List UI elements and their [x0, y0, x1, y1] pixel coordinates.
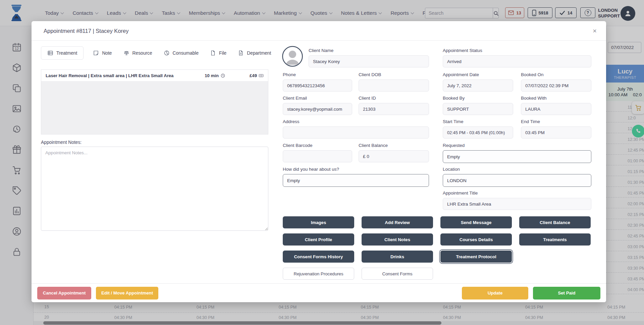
field-label: End Time [521, 119, 591, 124]
appointment-modal: Appointment #8117 | Stacey Korey × Treat… [32, 21, 606, 302]
field-label: Client Barcode [283, 143, 352, 148]
tab-note[interactable]: Note [91, 46, 114, 60]
field-label: Booked By [443, 96, 513, 101]
tab-department[interactable]: Department [236, 46, 273, 60]
field-label: Appointment Title [443, 191, 591, 196]
resource-scales-icon [123, 50, 129, 56]
field-label: Client Balance [359, 143, 429, 148]
appointment-notes-label: Appointment Notes: [41, 140, 82, 145]
drinks-button[interactable]: Drinks [362, 251, 433, 263]
end-time-field[interactable]: 03:45 PM [521, 126, 591, 139]
client-balance-field[interactable]: £ 0 [359, 150, 429, 162]
treatment-protocol-button[interactable]: Treatment Protocol [440, 251, 512, 263]
client-balance-group: Client Balance £ 0 [359, 143, 429, 162]
client-barcode-field[interactable] [283, 150, 352, 162]
field-label: Client ID [359, 96, 429, 101]
client-profile-button[interactable]: Client Profile [283, 233, 354, 246]
consent-forms-history-button[interactable]: Consent Forms History [283, 251, 354, 263]
booked-on-field[interactable]: 07/07/2022 02:39 PM [521, 79, 591, 92]
field-label: Requested [443, 143, 591, 148]
requested-group: Requested Empty [443, 143, 591, 163]
note-icon [93, 50, 99, 56]
modal-tabs: Treatment Note Resource Consumable File … [41, 46, 273, 60]
consumable-pie-icon [164, 50, 170, 56]
start-time-group: Start Time 02:45 PM - 03:45 PM (01:00h) [443, 119, 513, 139]
cancel-appointment-button[interactable]: Cancel Appointment [37, 287, 91, 300]
end-time-group: End Time 03:45 PM [521, 119, 591, 139]
tab-file[interactable]: File [208, 46, 228, 60]
set-paid-button[interactable]: Set Paid [533, 287, 600, 300]
appointment-status-field[interactable]: Arrived [443, 55, 591, 67]
action-buttons: Images Add Review Send Message Client Ba… [283, 216, 591, 280]
start-time-field[interactable]: 02:45 PM - 03:45 PM (01:00h) [443, 126, 513, 139]
field-label: Client Email [283, 96, 352, 101]
tab-resource[interactable]: Resource [121, 46, 154, 60]
field-label: Booked With [521, 96, 591, 101]
appointment-title-field[interactable]: LHR Extra Small Area [443, 198, 591, 210]
phone-field[interactable]: 067895432123456 [283, 79, 352, 92]
page: Today Contacts Leads Deals Tasks Members… [0, 0, 644, 325]
client-notes-button[interactable]: Client Notes [362, 233, 433, 246]
hear-about-select[interactable]: Empty [283, 174, 429, 187]
booked-by-field[interactable]: SUPPORT [443, 103, 513, 115]
appointment-notes-input[interactable] [41, 147, 268, 231]
treatment-price: £49 [250, 73, 257, 78]
hear-about-group: How did you hear about us? Empty [283, 167, 429, 187]
appointment-status-group: Appointment Status Arrived [443, 48, 591, 67]
booked-by-group: Booked By SUPPORT [443, 96, 513, 115]
rejuvenation-procedures-button[interactable]: Rejuvenation Procedures [283, 268, 354, 280]
edit-move-appointment-button[interactable]: Edit / Move Appointment [96, 287, 158, 300]
send-message-button[interactable]: Send Message [440, 216, 512, 228]
address-group: Address [283, 119, 429, 139]
treatment-icon [47, 50, 53, 56]
booked-with-field[interactable]: LAURA [521, 103, 591, 115]
client-barcode-group: Client Barcode [283, 143, 352, 162]
file-icon [210, 50, 216, 56]
client-avatar [282, 46, 303, 67]
banknote-icon [259, 73, 264, 78]
field-label: Client Name [309, 48, 429, 53]
booked-with-group: Booked With LAURA [521, 96, 591, 115]
treatments-button[interactable]: Treatments [519, 233, 591, 246]
client-name-field[interactable]: Stacey Korey [309, 55, 429, 67]
booked-on-group: Booked On 07/07/2022 02:39 PM [521, 72, 591, 92]
phone-group: Phone 067895432123456 [283, 72, 352, 92]
clock-icon [220, 73, 225, 78]
treatment-list: Laser Hair Removal | Extra small area | … [41, 69, 268, 134]
field-label: Location [443, 167, 591, 172]
appointment-date-group: Appointment Date July 7, 2022 [443, 72, 513, 92]
treatment-row[interactable]: Laser Hair Removal | Extra small area | … [41, 70, 268, 82]
client-name-group: Client Name Stacey Korey [309, 48, 429, 67]
treatment-duration: 10 min [205, 73, 219, 78]
close-icon[interactable]: × [591, 27, 599, 35]
requested-select[interactable]: Empty [443, 150, 591, 163]
client-email-field[interactable]: stacey.korey@yopmail.com [283, 103, 352, 115]
tab-consumable[interactable]: Consumable [162, 46, 201, 60]
add-review-button[interactable]: Add Review [362, 216, 433, 228]
images-button[interactable]: Images [283, 216, 354, 228]
field-label: Appointment Date [443, 72, 513, 77]
location-group: Location LONDON [443, 167, 591, 187]
client-id-group: Client ID 21303 [359, 96, 429, 115]
client-balance-button[interactable]: Client Balance [519, 216, 591, 228]
client-dob-field[interactable] [359, 79, 429, 92]
field-label: Client DOB [359, 72, 429, 77]
treatment-name: Laser Hair Removal | Extra small area | … [46, 73, 205, 78]
client-id-field[interactable]: 21303 [359, 103, 429, 115]
consent-forms-button[interactable]: Consent Forms [362, 268, 433, 280]
field-label: Phone [283, 72, 352, 77]
modal-title: Appointment #8117 | Stacey Korey [44, 21, 128, 41]
client-email-group: Client Email stacey.korey@yopmail.com [283, 96, 352, 115]
modal-footer: Cancel Appointment Edit / Move Appointme… [32, 283, 606, 302]
location-select[interactable]: LONDON [443, 174, 591, 187]
appointment-date-field[interactable]: July 7, 2022 [443, 79, 513, 92]
address-field[interactable] [283, 126, 429, 139]
field-label: Appointment Status [443, 48, 591, 53]
tab-treatment[interactable]: Treatment [41, 46, 84, 60]
update-button[interactable]: Update [462, 287, 528, 300]
field-label: Start Time [443, 119, 513, 124]
client-dob-group: Client DOB [359, 72, 429, 92]
courses-details-button[interactable]: Courses Details [440, 233, 512, 246]
appointment-title-group: Appointment Title LHR Extra Small Area [443, 191, 591, 210]
field-label: Booked On [521, 72, 591, 77]
